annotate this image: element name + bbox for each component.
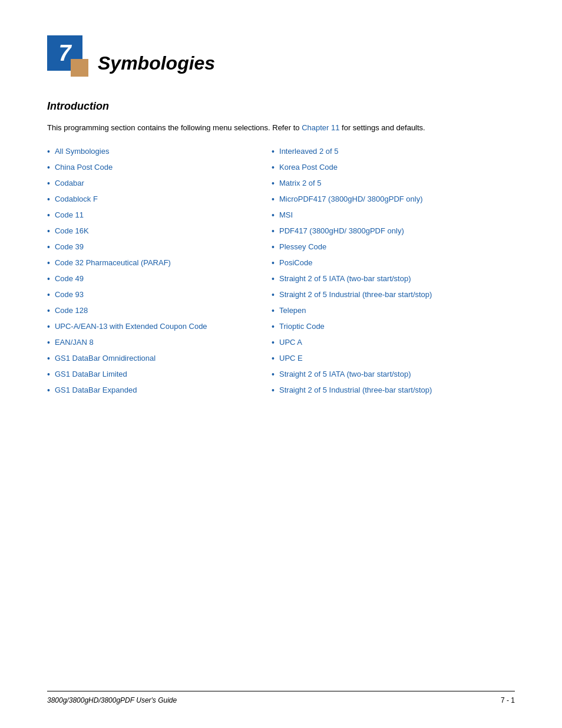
list-item: •PDF417 (3800gHD/ 3800gPDF only) (272, 225, 515, 238)
item-link[interactable]: Straight 2 of 5 Industrial (three-bar st… (279, 384, 432, 396)
item-link[interactable]: MSI (279, 209, 293, 221)
list-item: •GS1 DataBar Omnidirectional (47, 353, 260, 365)
footer-page: 7 - 1 (501, 696, 515, 704)
item-link[interactable]: Code 11 (55, 209, 84, 221)
item-link[interactable]: PDF417 (3800gHD/ 3800gPDF only) (279, 225, 404, 237)
item-link[interactable]: Codablock F (55, 193, 98, 205)
bullet-icon: • (47, 177, 50, 190)
bullet-icon: • (272, 177, 275, 190)
item-link[interactable]: Code 39 (55, 241, 84, 253)
bullet-icon: • (47, 353, 50, 365)
list-item: •GS1 DataBar Expanded (47, 384, 260, 397)
item-link[interactable]: Code 16K (55, 225, 89, 237)
item-link[interactable]: UPC A (279, 337, 302, 348)
item-link[interactable]: GS1 DataBar Omnidirectional (55, 353, 156, 364)
footer: 3800g/3800gHD/3800gPDF User's Guide 7 - … (47, 691, 515, 704)
page: 7 Symbologies Introduction This programm… (0, 0, 562, 728)
bullet-icon: • (47, 241, 50, 253)
bullet-icon: • (47, 162, 50, 174)
bullet-icon: • (272, 273, 275, 285)
item-link[interactable]: Interleaved 2 of 5 (279, 146, 338, 157)
section-title: Introduction (47, 100, 515, 113)
bullet-icon: • (272, 305, 275, 317)
list-item: •PosiCode (272, 257, 515, 269)
list-item: •MSI (272, 209, 515, 222)
item-link[interactable]: Straight 2 of 5 IATA (two-bar start/stop… (279, 273, 411, 285)
item-link[interactable]: Code 32 Pharmaceutical (PARAF) (55, 257, 171, 269)
item-link[interactable]: Straight 2 of 5 IATA (two-bar start/stop… (279, 368, 411, 380)
list-item: •GS1 DataBar Limited (47, 368, 260, 381)
chapter-header: 7 Symbologies (47, 35, 515, 77)
item-link[interactable]: Codabar (55, 177, 84, 189)
item-link[interactable]: Telepen (279, 305, 306, 317)
bullet-icon: • (272, 321, 275, 333)
list-item: •Code 11 (47, 209, 260, 222)
bullet-icon: • (272, 209, 275, 222)
list-item: •EAN/JAN 8 (47, 337, 260, 349)
list-item: •UPC A (272, 337, 515, 349)
bullet-icon: • (47, 193, 50, 206)
bullet-icon: • (272, 225, 275, 238)
item-link[interactable]: UPC-A/EAN-13 with Extended Coupon Code (55, 321, 207, 332)
bullet-icon: • (47, 337, 50, 349)
left-column: •All Symbologies•China Post Code•Codabar… (47, 146, 272, 400)
list-item: •Telepen (272, 305, 515, 317)
bullet-icon: • (272, 193, 275, 206)
bullet-icon: • (272, 384, 275, 397)
content-columns: •All Symbologies•China Post Code•Codabar… (47, 146, 515, 400)
chapter-badge: 7 (47, 35, 88, 77)
list-item: •Plessey Code (272, 241, 515, 253)
list-item: •Code 16K (47, 225, 260, 238)
list-item: •Straight 2 of 5 IATA (two-bar start/sto… (272, 368, 515, 381)
list-item: •Code 32 Pharmaceutical (PARAF) (47, 257, 260, 269)
list-item: •MicroPDF417 (3800gHD/ 3800gPDF only) (272, 193, 515, 206)
item-link[interactable]: Matrix 2 of 5 (279, 177, 322, 189)
bullet-icon: • (272, 241, 275, 253)
list-item: •Codabar (47, 177, 260, 190)
list-item: •Interleaved 2 of 5 (272, 146, 515, 158)
item-link[interactable]: Code 49 (55, 273, 84, 285)
item-link[interactable]: Trioptic Code (279, 321, 325, 332)
intro-text-after: for settings and defaults. (342, 123, 425, 132)
list-item: •Straight 2 of 5 IATA (two-bar start/sto… (272, 273, 515, 285)
list-item: •China Post Code (47, 162, 260, 174)
item-link[interactable]: MicroPDF417 (3800gHD/ 3800gPDF only) (279, 193, 423, 205)
list-item: •UPC E (272, 353, 515, 365)
bullet-icon: • (272, 353, 275, 365)
bullet-icon: • (272, 368, 275, 381)
item-link[interactable]: PosiCode (279, 257, 312, 269)
intro-text: This programming section contains the fo… (47, 122, 515, 134)
item-link[interactable]: China Post Code (55, 162, 113, 173)
item-link[interactable]: Code 128 (55, 305, 88, 317)
bullet-icon: • (47, 273, 50, 285)
item-link[interactable]: Korea Post Code (279, 162, 338, 173)
bullet-icon: • (47, 305, 50, 317)
item-link[interactable]: Plessey Code (279, 241, 326, 253)
bullet-icon: • (272, 162, 275, 174)
footer-left: 3800g/3800gHD/3800gPDF User's Guide (47, 696, 177, 704)
bullet-icon: • (47, 209, 50, 222)
list-item: •Code 49 (47, 273, 260, 285)
item-link[interactable]: GS1 DataBar Expanded (55, 384, 137, 396)
chapter-title: Symbologies (98, 52, 215, 77)
list-item: •All Symbologies (47, 146, 260, 158)
item-link[interactable]: UPC E (279, 353, 303, 364)
bullet-icon: • (47, 321, 50, 333)
item-link[interactable]: EAN/JAN 8 (55, 337, 94, 348)
item-link[interactable]: All Symbologies (55, 146, 110, 157)
badge-tan (71, 59, 88, 77)
list-item: •UPC-A/EAN-13 with Extended Coupon Code (47, 321, 260, 333)
bullet-icon: • (47, 257, 50, 269)
intro-text-before: This programming section contains the fo… (47, 123, 300, 132)
item-link[interactable]: GS1 DataBar Limited (55, 368, 127, 380)
item-link[interactable]: Straight 2 of 5 Industrial (three-bar st… (279, 289, 432, 301)
bullet-icon: • (47, 289, 50, 301)
list-item: •Straight 2 of 5 Industrial (three-bar s… (272, 289, 515, 301)
chapter-11-link[interactable]: Chapter 11 (302, 123, 339, 132)
item-link[interactable]: Code 93 (55, 289, 84, 301)
bullet-icon: • (272, 337, 275, 349)
bullet-icon: • (47, 384, 50, 397)
list-item: •Code 93 (47, 289, 260, 301)
list-item: •Trioptic Code (272, 321, 515, 333)
chapter-number: 7 (58, 42, 71, 64)
